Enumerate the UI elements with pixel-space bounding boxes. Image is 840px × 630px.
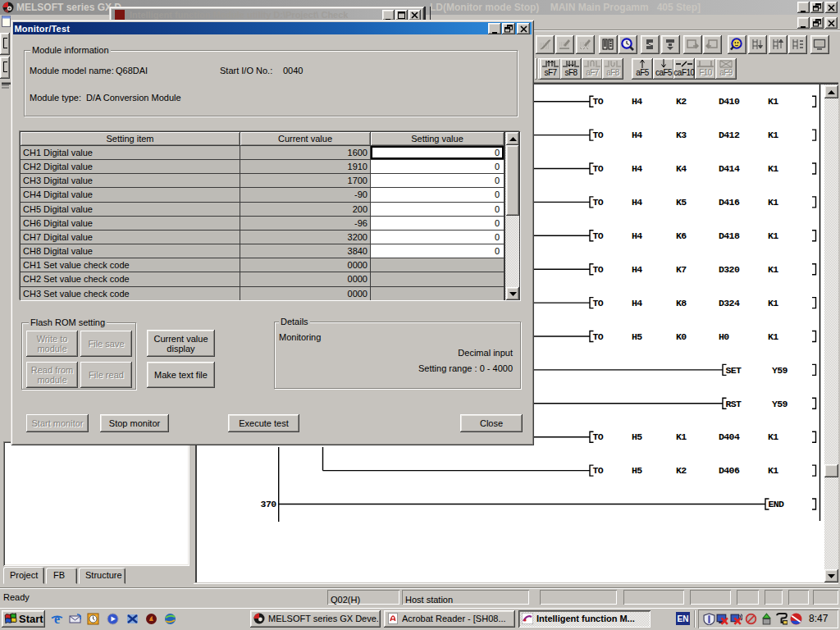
svg-text:TO: TO (593, 231, 604, 241)
svg-text:K8: K8 (676, 298, 687, 308)
svg-text:K1: K1 (768, 197, 778, 208)
svg-text:K1: K1 (768, 163, 778, 174)
svg-text:H4: H4 (632, 96, 642, 107)
svg-text:END: END (769, 499, 785, 509)
svg-text:TO: TO (593, 431, 604, 442)
svg-text:H4: H4 (632, 231, 642, 241)
svg-text:K1: K1 (768, 298, 778, 308)
svg-text:D324: D324 (719, 298, 740, 308)
svg-text:TO: TO (593, 331, 604, 342)
svg-text:Y59: Y59 (772, 399, 788, 409)
svg-text:SET: SET (726, 365, 742, 376)
svg-text:K5: K5 (676, 197, 687, 208)
svg-text:K2: K2 (676, 96, 687, 107)
svg-text:TO: TO (593, 298, 604, 308)
svg-text:K1: K1 (768, 331, 778, 342)
svg-text:TO: TO (593, 130, 604, 140)
svg-text:H4: H4 (632, 163, 642, 174)
svg-text:H5: H5 (632, 431, 642, 442)
svg-text:K4: K4 (676, 163, 687, 174)
svg-text:Y59: Y59 (772, 365, 788, 376)
svg-text:D416: D416 (719, 197, 740, 208)
svg-text:K1: K1 (768, 465, 778, 476)
svg-text:D404: D404 (719, 431, 740, 442)
svg-text:H4: H4 (632, 298, 642, 308)
svg-text:D412: D412 (719, 130, 740, 140)
svg-text:H0: H0 (719, 331, 729, 342)
svg-text:D414: D414 (719, 163, 740, 174)
svg-text:D320: D320 (719, 264, 740, 275)
svg-text:K2: K2 (676, 465, 687, 476)
svg-text:K3: K3 (676, 130, 687, 140)
svg-text:K1: K1 (768, 231, 778, 241)
svg-text:H5: H5 (632, 465, 642, 476)
svg-text:TO: TO (593, 96, 604, 107)
svg-text:H4: H4 (632, 264, 642, 275)
svg-text:TO: TO (593, 163, 604, 174)
svg-text:K6: K6 (676, 231, 687, 241)
svg-text:H4: H4 (632, 197, 642, 208)
svg-text:TO: TO (593, 465, 604, 476)
svg-text:H5: H5 (632, 331, 642, 342)
svg-text:K1: K1 (768, 431, 778, 442)
svg-text:K7: K7 (676, 264, 687, 275)
svg-text:H4: H4 (632, 130, 642, 140)
svg-text:RST: RST (726, 399, 742, 409)
svg-text:K1: K1 (676, 431, 687, 442)
svg-text:D410: D410 (719, 96, 740, 107)
svg-text:370: 370 (261, 499, 277, 509)
svg-text:e: e (54, 613, 60, 625)
svg-text:D406: D406 (719, 465, 740, 476)
svg-text:K1: K1 (768, 264, 778, 275)
svg-text:K1: K1 (768, 130, 778, 140)
svg-text:K0: K0 (676, 331, 687, 342)
svg-text:TO: TO (593, 264, 604, 275)
svg-text:D418: D418 (719, 231, 740, 241)
svg-text:TO: TO (593, 197, 604, 208)
svg-text:K1: K1 (768, 96, 778, 107)
